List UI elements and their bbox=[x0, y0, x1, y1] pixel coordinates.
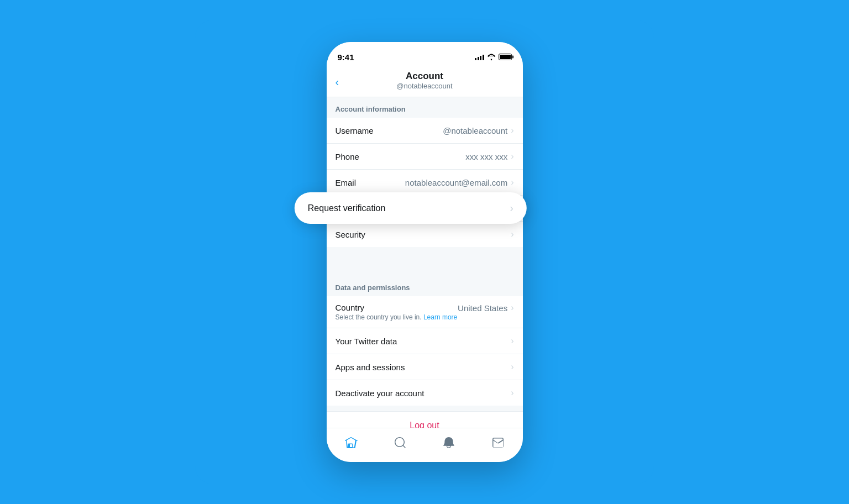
username-label: Username bbox=[336, 126, 374, 135]
log-out-row[interactable]: Log out bbox=[327, 411, 523, 428]
phone-right: xxx xxx xxx › bbox=[465, 151, 513, 161]
username-right: @notableaccount › bbox=[443, 125, 513, 135]
apps-sessions-right: › bbox=[511, 362, 513, 372]
username-item[interactable]: Username @notableaccount › bbox=[327, 118, 523, 144]
battery-icon bbox=[499, 54, 512, 60]
username-chevron-icon: › bbox=[511, 125, 513, 135]
log-out-label: Log out bbox=[410, 421, 439, 428]
tab-home[interactable] bbox=[344, 436, 358, 452]
deactivate-item[interactable]: Deactivate your account › bbox=[327, 380, 523, 406]
security-item[interactable]: Security › bbox=[327, 222, 523, 247]
tab-bar bbox=[327, 428, 523, 462]
country-right: United States › bbox=[458, 303, 513, 313]
status-time: 9:41 bbox=[338, 53, 354, 62]
phone-item[interactable]: Phone xxx xxx xxx › bbox=[327, 144, 523, 170]
country-item[interactable]: Country Select the country you live in. … bbox=[327, 296, 523, 328]
data-permissions-list: Country Select the country you live in. … bbox=[327, 296, 523, 406]
security-label: Security bbox=[336, 230, 365, 239]
country-sublabel: Select the country you live in. Learn mo… bbox=[336, 313, 458, 321]
country-value: United States bbox=[458, 303, 507, 313]
username-value: @notableaccount bbox=[443, 126, 507, 135]
nav-header: ‹ Account @notableaccount bbox=[327, 66, 523, 97]
status-bar: 9:41 bbox=[327, 42, 523, 66]
scroll-content: Account information Username @notableacc… bbox=[327, 97, 523, 428]
phone-label: Phone bbox=[336, 152, 359, 161]
phone-frame: 9:41 bbox=[327, 42, 523, 462]
apps-sessions-item[interactable]: Apps and sessions › bbox=[327, 354, 523, 380]
twitter-data-item[interactable]: Your Twitter data › bbox=[327, 328, 523, 354]
apps-sessions-chevron-icon: › bbox=[511, 362, 513, 372]
tab-notifications[interactable] bbox=[442, 436, 455, 452]
twitter-data-right: › bbox=[511, 336, 513, 346]
email-chevron-icon: › bbox=[511, 177, 513, 187]
account-info-section: Account information bbox=[327, 97, 523, 118]
twitter-data-label: Your Twitter data bbox=[336, 337, 397, 346]
phone-value: xxx xxx xxx bbox=[465, 152, 507, 161]
deactivate-right: › bbox=[511, 388, 513, 398]
account-handle: @notableaccount bbox=[336, 82, 514, 90]
account-info-header: Account information bbox=[327, 97, 523, 118]
tab-messages[interactable] bbox=[491, 436, 505, 452]
page-title: Account bbox=[336, 71, 514, 82]
email-item[interactable]: Email notableaccount@email.com › bbox=[327, 170, 523, 196]
phone-chevron-icon: › bbox=[511, 151, 513, 161]
request-verification-chevron-icon: › bbox=[510, 202, 513, 214]
security-chevron-icon: › bbox=[511, 229, 513, 239]
twitter-data-chevron-icon: › bbox=[511, 336, 513, 346]
request-verification-pill[interactable]: Request verification › bbox=[295, 192, 527, 224]
deactivate-label: Deactivate your account bbox=[336, 389, 424, 398]
data-permissions-section: Data and permissions bbox=[327, 276, 523, 296]
signal-bars-icon bbox=[475, 54, 484, 60]
email-label: Email bbox=[336, 178, 357, 187]
status-icons bbox=[475, 54, 512, 61]
email-right: notableaccount@email.com › bbox=[405, 177, 514, 187]
account-info-list: Username @notableaccount › Phone xxx xxx… bbox=[327, 118, 523, 247]
request-verification-label: Request verification bbox=[308, 203, 386, 213]
tab-search[interactable] bbox=[394, 436, 407, 452]
data-permissions-header: Data and permissions bbox=[327, 276, 523, 296]
country-left: Country Select the country you live in. … bbox=[336, 303, 458, 321]
apps-sessions-label: Apps and sessions bbox=[336, 363, 405, 372]
email-value: notableaccount@email.com bbox=[405, 178, 507, 187]
security-right: › bbox=[511, 229, 513, 239]
country-label: Country bbox=[336, 303, 458, 312]
wifi-icon bbox=[487, 54, 496, 61]
learn-more-link[interactable]: Learn more bbox=[423, 313, 457, 321]
deactivate-chevron-icon: › bbox=[511, 388, 513, 398]
back-button[interactable]: ‹ bbox=[336, 75, 339, 88]
country-chevron-icon: › bbox=[511, 303, 513, 313]
